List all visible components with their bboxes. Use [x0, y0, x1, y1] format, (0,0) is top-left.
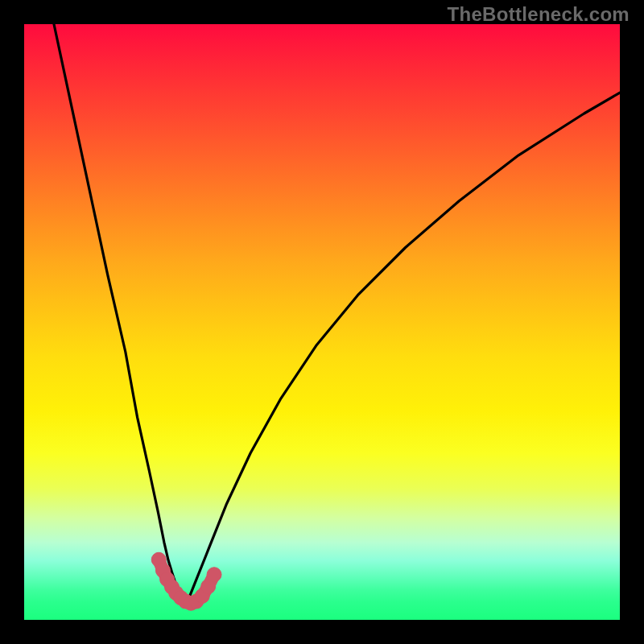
left-branch-curve: [54, 24, 185, 605]
valley-marker-beads: [151, 552, 221, 610]
right-branch-curve: [185, 93, 620, 605]
chart-svg: [24, 24, 620, 620]
chart-container: TheBottleneck.com: [0, 0, 644, 644]
watermark-text: TheBottleneck.com: [448, 3, 630, 26]
valley-marker-point: [207, 568, 221, 582]
